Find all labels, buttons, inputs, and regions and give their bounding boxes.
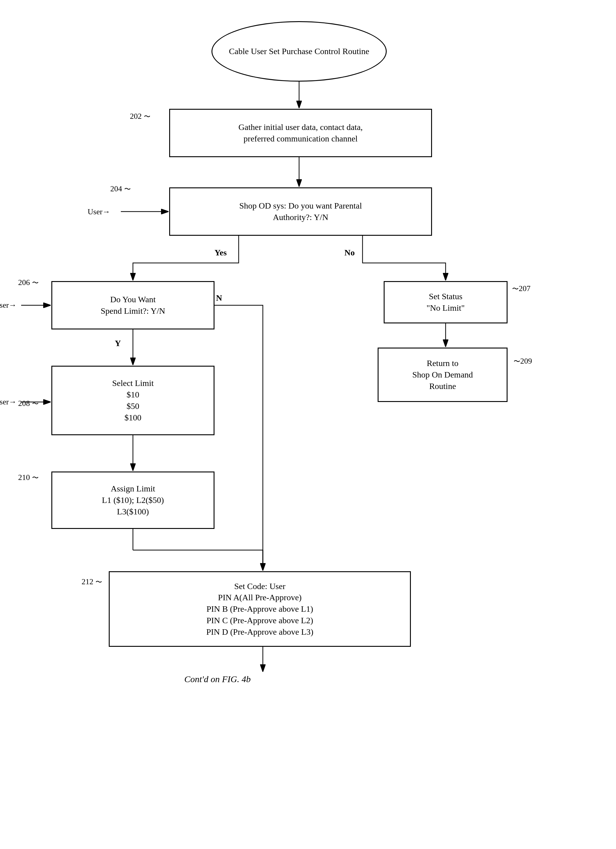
box-212: Set Code: UserPIN A(All Pre-Approve)PIN … [109,571,411,647]
box-212-label: Set Code: UserPIN A(All Pre-Approve)PIN … [206,581,314,638]
y-label: Y [115,338,121,348]
start-label: Cable User Set Purchase Control Routine [229,46,369,57]
no-label: No [344,248,355,258]
box-202: Gather initial user data, contact data,p… [169,109,432,157]
box-207: Set Status"No Limit" [384,281,507,323]
box-202-label: Gather initial user data, contact data,p… [238,122,363,144]
diagram-container: Cable User Set Purchase Control Routine … [0,0,616,849]
yes-label: Yes [214,248,226,258]
ref-207: 〜207 [512,284,531,293]
box-210-label: Assign LimitL1 ($10); L2($50)L3($100) [102,483,164,517]
ref-208: 208 〜 [18,399,39,408]
box-208: Select Limit$10$50$100 [51,366,214,435]
box-209-label: Return toShop On DemandRoutine [412,357,473,392]
box-206-label: Do You WantSpend Limit?: Y/N [101,294,165,317]
box-204-label: Shop OD sys: Do you want ParentalAuthori… [239,200,362,223]
ref-210: 210 〜 [18,473,39,483]
user-204: User→ [88,207,110,216]
box-208-label: Select Limit$10$50$100 [112,377,154,423]
box-207-label: Set Status"No Limit" [427,291,465,314]
box-204: Shop OD sys: Do you want ParentalAuthori… [169,188,432,236]
user-206: User→ [0,301,16,310]
start-ellipse: Cable User Set Purchase Control Routine [211,21,387,82]
box-209: Return toShop On DemandRoutine [378,348,507,402]
contd-label: Cont'd on FIG. 4b [184,674,251,684]
ref-204: 204 〜 [110,185,131,194]
n-label: N [216,293,222,303]
ref-212: 212 〜 [82,577,102,587]
box-206: Do You WantSpend Limit?: Y/N [51,281,214,329]
ref-206: 206 〜 [18,278,39,287]
ref-209: 〜209 [513,357,532,366]
box-210: Assign LimitL1 ($10); L2($50)L3($100) [51,472,214,529]
ref-202: 202 〜 [130,112,150,121]
user-208: User→ [0,398,16,407]
